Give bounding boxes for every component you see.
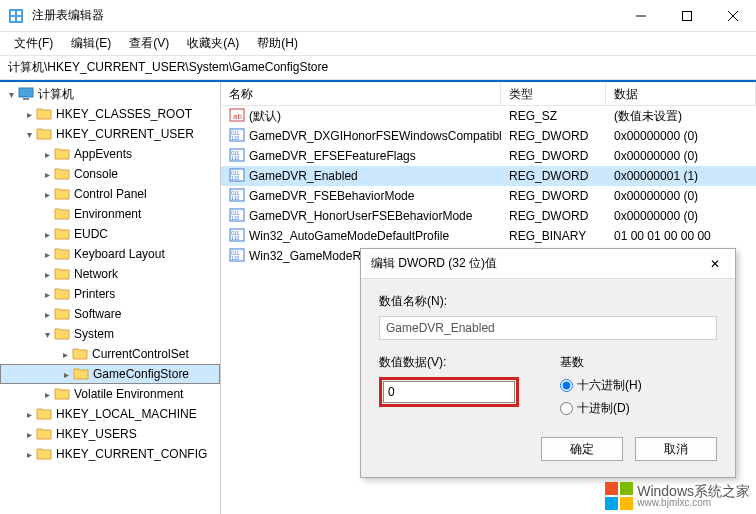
list-row[interactable]: 011110GameDVR_EFSEFeatureFlagsREG_DWORD0…: [221, 146, 756, 166]
chevron-right-icon[interactable]: ▸: [22, 407, 36, 421]
svg-text:110: 110: [231, 255, 240, 261]
tree-item[interactable]: Environment: [0, 204, 220, 224]
binary-value-icon: 011110: [229, 247, 249, 266]
tree-item[interactable]: ▸HKEY_CLASSES_ROOT: [0, 104, 220, 124]
tree-item[interactable]: ▸Printers: [0, 284, 220, 304]
chevron-right-icon[interactable]: ▸: [40, 267, 54, 281]
close-button[interactable]: [710, 0, 756, 32]
value-data-input[interactable]: [383, 381, 515, 403]
chevron-right-icon[interactable]: ▸: [40, 167, 54, 181]
dialog-close-button[interactable]: ✕: [705, 257, 725, 271]
chevron-right-icon[interactable]: ▸: [58, 347, 72, 361]
list-row[interactable]: 011110GameDVR_EnabledREG_DWORD0x00000001…: [221, 166, 756, 186]
dialog-title: 编辑 DWORD (32 位)值: [371, 255, 705, 272]
value-type: REG_DWORD: [501, 127, 606, 145]
minimize-button[interactable]: [618, 0, 664, 32]
binary-value-icon: 011110: [229, 187, 249, 206]
chevron-down-icon[interactable]: ▾: [40, 327, 54, 341]
list-row[interactable]: 011110GameDVR_HonorUserFSEBehaviorModeRE…: [221, 206, 756, 226]
tree-root[interactable]: ▾ 计算机: [0, 84, 220, 104]
tree-label: Keyboard Layout: [74, 247, 165, 261]
menu-view[interactable]: 查看(V): [121, 32, 177, 55]
svg-rect-10: [23, 98, 29, 100]
svg-text:110: 110: [231, 175, 240, 181]
radix-hex-radio[interactable]: [560, 379, 573, 392]
chevron-right-icon[interactable]: ▸: [40, 387, 54, 401]
tree-item[interactable]: ▸GameConfigStore: [0, 364, 220, 384]
tree-item[interactable]: ▸HKEY_CURRENT_CONFIG: [0, 444, 220, 464]
cancel-button[interactable]: 取消: [635, 437, 717, 461]
tree-label: AppEvents: [74, 147, 132, 161]
folder-icon: [54, 246, 74, 263]
radix-dec-option[interactable]: 十进制(D): [560, 400, 717, 417]
col-name[interactable]: 名称: [221, 82, 501, 105]
chevron-right-icon[interactable]: ▸: [22, 447, 36, 461]
tree-item[interactable]: ▸Network: [0, 264, 220, 284]
tree-item[interactable]: ▸HKEY_LOCAL_MACHINE: [0, 404, 220, 424]
tree-item[interactable]: ▸CurrentControlSet: [0, 344, 220, 364]
maximize-button[interactable]: [664, 0, 710, 32]
folder-icon: [36, 106, 56, 123]
menu-favorites[interactable]: 收藏夹(A): [179, 32, 247, 55]
list-row[interactable]: 011110GameDVR_FSEBehaviorModeREG_DWORD0x…: [221, 186, 756, 206]
value-name: GameDVR_HonorUserFSEBehaviorMode: [249, 209, 472, 223]
tree-item[interactable]: ▾HKEY_CURRENT_USER: [0, 124, 220, 144]
tree-item[interactable]: ▸Keyboard Layout: [0, 244, 220, 264]
list-row[interactable]: 011110GameDVR_DXGIHonorFSEWindowsCompati…: [221, 126, 756, 146]
tree-label: Network: [74, 267, 118, 281]
folder-icon: [36, 426, 56, 443]
edit-dword-dialog: 编辑 DWORD (32 位)值 ✕ 数值名称(N): GameDVR_Enab…: [360, 248, 736, 478]
address-bar[interactable]: 计算机\HKEY_CURRENT_USER\System\GameConfigS…: [0, 56, 756, 80]
radix-dec-radio[interactable]: [560, 402, 573, 415]
svg-text:110: 110: [231, 155, 240, 161]
folder-icon: [36, 126, 56, 143]
chevron-down-icon[interactable]: ▾: [4, 87, 18, 101]
folder-icon: [73, 366, 93, 383]
ok-button[interactable]: 确定: [541, 437, 623, 461]
tree-item[interactable]: ▸HKEY_USERS: [0, 424, 220, 444]
chevron-down-icon[interactable]: ▾: [22, 127, 36, 141]
tree-item[interactable]: ▸Control Panel: [0, 184, 220, 204]
chevron-right-icon[interactable]: ▸: [40, 227, 54, 241]
menu-file[interactable]: 文件(F): [6, 32, 61, 55]
folder-icon: [36, 406, 56, 423]
value-name: Win32_AutoGameModeDefaultProfile: [249, 229, 449, 243]
value-name: GameDVR_DXGIHonorFSEWindowsCompatible: [249, 129, 501, 143]
tree-label: HKEY_CLASSES_ROOT: [56, 107, 192, 121]
col-data[interactable]: 数据: [606, 82, 756, 105]
value-data: (数值未设置): [606, 106, 756, 127]
value-data: 0x00000001 (1): [606, 167, 756, 185]
chevron-right-icon[interactable]: ▸: [22, 107, 36, 121]
dialog-titlebar[interactable]: 编辑 DWORD (32 位)值 ✕: [361, 249, 735, 279]
radix-dec-label: 十进制(D): [577, 400, 630, 417]
highlighted-input-wrap: [379, 377, 519, 407]
svg-text:110: 110: [231, 195, 240, 201]
radix-hex-option[interactable]: 十六进制(H): [560, 377, 717, 394]
chevron-right-icon[interactable]: ▸: [40, 287, 54, 301]
svg-rect-4: [17, 17, 21, 21]
folder-icon: [54, 166, 74, 183]
folder-icon: [54, 266, 74, 283]
tree-item[interactable]: ▸Software: [0, 304, 220, 324]
chevron-right-icon[interactable]: ▸: [22, 427, 36, 441]
list-row[interactable]: 011110Win32_AutoGameModeDefaultProfileRE…: [221, 226, 756, 246]
tree-label: EUDC: [74, 227, 108, 241]
tree-label: Environment: [74, 207, 141, 221]
tree-item[interactable]: ▸Volatile Environment: [0, 384, 220, 404]
chevron-right-icon[interactable]: ▸: [40, 147, 54, 161]
tree-label: Console: [74, 167, 118, 181]
menu-edit[interactable]: 编辑(E): [63, 32, 119, 55]
chevron-right-icon[interactable]: ▸: [40, 187, 54, 201]
tree-item[interactable]: ▸AppEvents: [0, 144, 220, 164]
chevron-right-icon[interactable]: ▸: [59, 367, 73, 381]
col-type[interactable]: 类型: [501, 82, 606, 105]
chevron-right-icon[interactable]: ▸: [40, 247, 54, 261]
menu-help[interactable]: 帮助(H): [249, 32, 306, 55]
tree-item[interactable]: ▾System: [0, 324, 220, 344]
list-row[interactable]: ab(默认)REG_SZ(数值未设置): [221, 106, 756, 126]
tree-pane[interactable]: ▾ 计算机 ▸HKEY_CLASSES_ROOT▾HKEY_CURRENT_US…: [0, 82, 221, 514]
tree-item[interactable]: ▸Console: [0, 164, 220, 184]
chevron-right-icon[interactable]: ▸: [40, 307, 54, 321]
value-type: REG_DWORD: [501, 207, 606, 225]
tree-item[interactable]: ▸EUDC: [0, 224, 220, 244]
